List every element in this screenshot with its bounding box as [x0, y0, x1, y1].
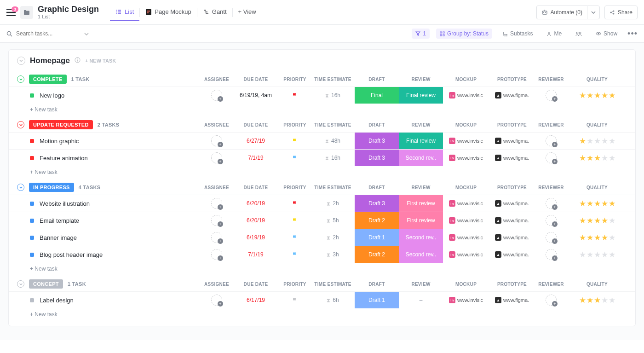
group-collapse-toggle[interactable]: [17, 184, 24, 191]
time-cell[interactable]: ⧗16h: [311, 150, 355, 166]
assignee-cell[interactable]: [201, 150, 233, 166]
list-collapse-toggle[interactable]: [17, 57, 25, 65]
time-cell[interactable]: ⧗3h: [311, 246, 355, 263]
search-input[interactable]: [16, 30, 80, 37]
task-row[interactable]: Banner image6/19/19⧗2hDraft 1Second rev.…: [9, 229, 635, 246]
quality-stars[interactable]: ★★★★★: [579, 233, 615, 243]
due-cell[interactable]: 6/27/19: [233, 133, 279, 149]
quality-cell[interactable]: ★★★★★: [567, 229, 627, 246]
list-info-icon[interactable]: [75, 57, 80, 64]
group-by-pill[interactable]: Group by: Status: [436, 29, 492, 39]
quality-stars[interactable]: ★★★★★: [579, 153, 615, 163]
share-button[interactable]: Share: [604, 6, 638, 19]
draft-cell[interactable]: Draft 2: [355, 212, 399, 229]
review-cell[interactable]: Second rev..: [399, 150, 443, 166]
prototype-cell[interactable]: ▲www.figma.: [489, 150, 535, 166]
status-pill[interactable]: IN PROGRESS: [29, 183, 74, 192]
mockup-cell[interactable]: inwww.invisic: [443, 133, 489, 149]
prototype-cell[interactable]: ▲www.figma.: [489, 87, 535, 104]
due-cell[interactable]: 7/1/19: [233, 246, 279, 263]
priority-cell[interactable]: [279, 133, 311, 149]
assignee-cell[interactable]: [201, 195, 233, 212]
reviewer-cell[interactable]: [535, 292, 567, 308]
priority-cell[interactable]: [279, 150, 311, 166]
quality-cell[interactable]: ★★★★★: [567, 133, 627, 149]
quality-stars[interactable]: ★★★★★: [579, 295, 615, 305]
due-cell[interactable]: 6/17/19: [233, 292, 279, 308]
priority-cell[interactable]: [279, 246, 311, 263]
reviewer-cell[interactable]: [535, 150, 567, 166]
draft-cell[interactable]: Draft 1: [355, 292, 399, 308]
add-task-row[interactable]: + New task: [9, 308, 635, 320]
review-cell[interactable]: Final review: [399, 87, 443, 104]
add-task-row[interactable]: + New task: [9, 104, 635, 116]
draft-cell[interactable]: Draft 2: [355, 246, 399, 263]
group-collapse-toggle[interactable]: [17, 75, 24, 83]
time-cell[interactable]: ⧗5h: [311, 212, 355, 229]
mockup-cell[interactable]: inwww.invisic: [443, 229, 489, 246]
assignee-cell[interactable]: [201, 87, 233, 104]
assignee-cell[interactable]: [201, 246, 233, 263]
automate-dropdown[interactable]: [587, 6, 600, 19]
prototype-cell[interactable]: ▲www.figma.: [489, 229, 535, 246]
reviewer-cell[interactable]: [535, 87, 567, 104]
assignee-cell[interactable]: [201, 212, 233, 229]
mockup-cell[interactable]: inwww.invisic: [443, 292, 489, 308]
status-pill[interactable]: UPDATE REQUESTED: [29, 120, 93, 129]
task-row[interactable]: Label design6/17/19⧗6hDraft 1–inwww.invi…: [9, 291, 635, 308]
priority-cell[interactable]: [279, 212, 311, 229]
quality-cell[interactable]: ★★★★★: [567, 212, 627, 229]
quality-cell[interactable]: ★★★★★: [567, 292, 627, 308]
priority-cell[interactable]: [279, 195, 311, 212]
task-row[interactable]: Blog post header image7/1/19⧗3hDraft 2Se…: [9, 246, 635, 263]
review-cell[interactable]: First review: [399, 195, 443, 212]
me-filter[interactable]: Me: [543, 29, 565, 39]
folder-icon[interactable]: [20, 6, 33, 19]
review-cell[interactable]: First review: [399, 212, 443, 229]
draft-cell[interactable]: Draft 3: [355, 133, 399, 149]
task-row[interactable]: Website illustration6/20/19⧗2hDraft 3Fir…: [9, 195, 635, 212]
group-collapse-toggle[interactable]: [17, 280, 24, 288]
mockup-cell[interactable]: inwww.invisic: [443, 150, 489, 166]
priority-cell[interactable]: [279, 87, 311, 104]
quality-stars[interactable]: ★★★★★: [579, 199, 615, 208]
draft-cell[interactable]: Final: [355, 87, 399, 104]
prototype-cell[interactable]: ▲www.figma.: [489, 195, 535, 212]
reviewer-cell[interactable]: [535, 212, 567, 229]
quality-stars[interactable]: ★★★★★: [579, 136, 615, 146]
time-cell[interactable]: ⧗2h: [311, 229, 355, 246]
mockup-cell[interactable]: inwww.invisic: [443, 246, 489, 263]
prototype-cell[interactable]: ▲www.figma.: [489, 212, 535, 229]
due-cell[interactable]: 6/19/19: [233, 229, 279, 246]
view-tab-list[interactable]: List: [110, 4, 139, 21]
reviewer-cell[interactable]: [535, 246, 567, 263]
task-row[interactable]: Email template6/20/19⧗5hDraft 2First rev…: [9, 212, 635, 229]
add-task-row[interactable]: + New task: [9, 263, 635, 275]
time-cell[interactable]: ⧗6h: [311, 292, 355, 308]
reviewer-cell[interactable]: [535, 133, 567, 149]
group-collapse-toggle[interactable]: [17, 121, 24, 128]
due-cell[interactable]: 7/1/19: [233, 150, 279, 166]
task-row[interactable]: New logo6/19/19, 4am⧗16hFinalFinal revie…: [9, 87, 635, 104]
time-cell[interactable]: ⧗16h: [311, 87, 355, 104]
automate-button[interactable]: Automate (0): [536, 6, 587, 19]
mockup-cell[interactable]: inwww.invisic: [443, 195, 489, 212]
add-task-row[interactable]: + New task: [9, 166, 635, 178]
menu-button[interactable]: 3: [6, 9, 16, 16]
priority-cell[interactable]: [279, 292, 311, 308]
prototype-cell[interactable]: ▲www.figma.: [489, 246, 535, 263]
review-cell[interactable]: –: [399, 292, 443, 308]
time-cell[interactable]: ⧗48h: [311, 133, 355, 149]
new-task-button[interactable]: + NEW TASK: [85, 58, 116, 64]
assignee-cell[interactable]: [201, 229, 233, 246]
reviewer-cell[interactable]: [535, 195, 567, 212]
draft-cell[interactable]: Draft 1: [355, 229, 399, 246]
mockup-cell[interactable]: inwww.invisic: [443, 87, 489, 104]
quality-stars[interactable]: ★★★★★: [579, 250, 615, 260]
add-view-button[interactable]: + View: [233, 4, 262, 21]
more-options[interactable]: •••: [627, 29, 638, 39]
view-tab-gantt[interactable]: Gantt: [197, 4, 232, 21]
view-tab-page-mockup[interactable]: Page Mockup: [140, 4, 197, 21]
search-dropdown[interactable]: [84, 30, 89, 37]
quality-stars[interactable]: ★★★★★: [579, 216, 615, 226]
